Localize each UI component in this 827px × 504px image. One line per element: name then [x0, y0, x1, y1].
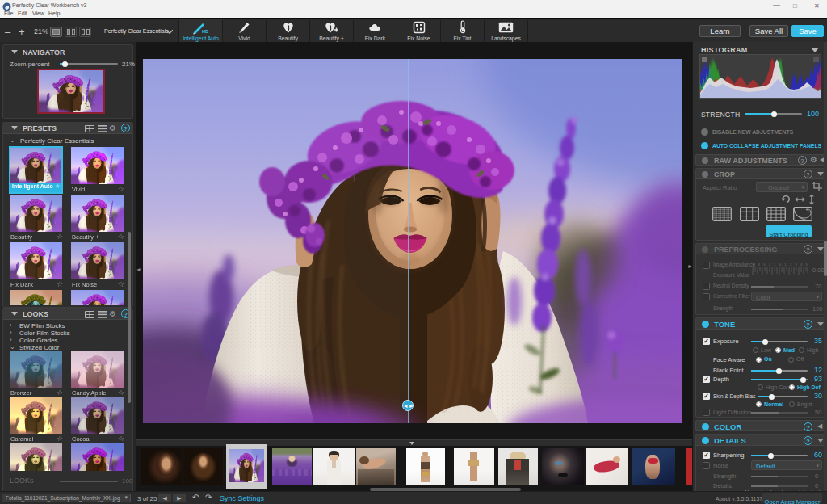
- svg-text:HD: HD: [202, 29, 208, 34]
- svg-text:5 4 3 2 1 0 1 2 3 4 5: 5 4 3 2 1 0 1 2 3 4 5: [753, 262, 809, 267]
